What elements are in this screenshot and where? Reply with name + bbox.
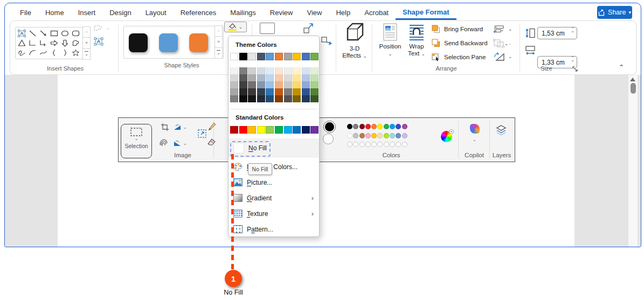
menu-tab-shape-format[interactable]: Shape Format <box>396 5 456 20</box>
theme-tint-swatch[interactable] <box>302 88 310 95</box>
shape-style-swatch[interactable] <box>159 33 178 52</box>
shape-down-arrow-icon[interactable] <box>60 38 70 48</box>
theme-tint-swatch[interactable] <box>275 74 283 81</box>
theme-tint-swatch[interactable] <box>266 95 274 102</box>
standard-color-swatch[interactable] <box>302 126 310 134</box>
menu-tab-review[interactable]: Review <box>263 5 300 20</box>
shape-oval-icon[interactable] <box>60 29 70 38</box>
theme-tint-swatch[interactable] <box>239 81 247 88</box>
theme-tint-swatch[interactable] <box>239 74 247 81</box>
bring-forward-button[interactable]: Bring Forward <box>432 25 483 33</box>
spinner-icon[interactable]: ⌃⌄ <box>571 28 574 33</box>
theme-tint-swatch[interactable] <box>284 88 292 95</box>
standard-color-swatch[interactable] <box>284 126 292 134</box>
shape-elbow-connector-icon[interactable] <box>27 38 38 48</box>
shape-triangle-icon[interactable] <box>17 38 27 48</box>
shape-styles-gallery[interactable] <box>123 26 224 59</box>
shape-elbow-arrow-connector-icon[interactable] <box>38 38 49 48</box>
shape-rectangle-icon[interactable] <box>49 29 59 38</box>
scroll-up-arrow-icon[interactable] <box>630 78 635 81</box>
shape-text-box-icon[interactable]: A <box>17 29 27 38</box>
theme-color-swatch[interactable] <box>257 53 265 60</box>
theme-tint-swatch[interactable] <box>302 74 310 81</box>
spinner-icon[interactable]: ⌃⌄ <box>571 57 574 62</box>
scroll-up-icon[interactable]: ˄ <box>82 26 91 38</box>
size-dialog-launcher-icon[interactable] <box>572 65 578 74</box>
shape-scribble-icon[interactable] <box>17 48 27 58</box>
menu-tab-acrobat[interactable]: Acrobat <box>357 5 396 20</box>
theme-tint-swatch[interactable] <box>230 88 238 95</box>
theme-tint-swatch[interactable] <box>239 67 247 74</box>
theme-tint-swatch[interactable] <box>257 81 265 88</box>
shape-arc-icon[interactable] <box>27 48 38 58</box>
group-button[interactable]: ⌄ <box>493 39 513 48</box>
send-backward-button[interactable]: Send Backward <box>432 39 488 47</box>
theme-tint-swatch[interactable] <box>275 67 283 74</box>
theme-tint-swatch[interactable] <box>266 81 274 88</box>
theme-color-swatch[interactable] <box>302 53 310 60</box>
theme-tint-swatch[interactable] <box>248 81 256 88</box>
theme-tint-swatch[interactable] <box>266 88 274 95</box>
theme-color-swatch[interactable] <box>239 53 247 60</box>
theme-tint-swatch[interactable] <box>293 67 301 74</box>
edit-shape-button[interactable]: ⌄ <box>93 24 110 32</box>
theme-tint-swatch[interactable] <box>230 81 238 88</box>
menu-tab-layout[interactable]: Layout <box>139 5 174 20</box>
shape-line-icon[interactable] <box>27 29 38 38</box>
scroll-down-icon[interactable]: ˅ <box>214 36 223 47</box>
theme-tint-swatch[interactable] <box>293 81 301 88</box>
nudge-shadow-right-button[interactable] <box>321 36 333 48</box>
standard-color-swatch[interactable] <box>275 126 283 134</box>
shape-fill-button[interactable]: ⌄ <box>224 22 247 32</box>
shadow-toggle-button[interactable] <box>260 23 275 34</box>
shape-arrow-icon[interactable] <box>38 29 49 38</box>
theme-tint-swatch[interactable] <box>302 67 310 74</box>
theme-color-swatch[interactable] <box>266 53 274 60</box>
menu-tab-references[interactable]: References <box>174 5 223 20</box>
menu-tab-file[interactable]: File <box>13 5 38 20</box>
scrollbar-thumb[interactable] <box>631 83 636 94</box>
shape-right-brace-icon[interactable] <box>60 48 70 58</box>
menu-item-picture[interactable]: Picture... <box>228 175 319 190</box>
menu-item-pattern[interactable]: Pattern... <box>228 222 319 236</box>
shape-rounded-rectangle-icon[interactable] <box>71 29 81 38</box>
menu-tab-view[interactable]: View <box>300 5 329 20</box>
menu-tab-help[interactable]: Help <box>329 5 357 20</box>
shape-style-swatch[interactable] <box>129 33 148 52</box>
theme-color-swatch[interactable] <box>275 53 283 60</box>
standard-color-swatch[interactable] <box>230 126 238 134</box>
theme-tint-swatch[interactable] <box>239 95 247 102</box>
shape-styles-scrollbar[interactable]: ˄ ˅ ⌄ <box>214 26 223 59</box>
theme-tint-swatch[interactable] <box>275 88 283 95</box>
gallery-more-icon[interactable]: ⌄ <box>214 47 223 59</box>
rotate-button[interactable]: ⌄ <box>493 52 513 61</box>
shape-left-brace-icon[interactable] <box>49 48 59 58</box>
theme-color-swatch[interactable] <box>248 53 256 60</box>
shape-freeform-icon[interactable] <box>71 38 81 48</box>
position-button[interactable]: Position⌄ <box>376 23 404 57</box>
scroll-down-icon[interactable]: ˅ <box>82 37 91 48</box>
standard-color-swatch[interactable] <box>239 126 247 134</box>
menu-tab-design[interactable]: Design <box>102 5 138 20</box>
menu-tab-home[interactable]: Home <box>38 5 71 20</box>
theme-color-swatch[interactable] <box>310 53 318 60</box>
standard-color-swatch[interactable] <box>310 126 318 134</box>
theme-tint-swatch[interactable] <box>257 88 265 95</box>
theme-tint-swatch[interactable] <box>248 74 256 81</box>
standard-color-swatch[interactable] <box>248 126 256 134</box>
scroll-up-icon[interactable]: ˄ <box>214 25 223 37</box>
theme-tint-swatch[interactable] <box>310 95 318 102</box>
theme-tint-swatch[interactable] <box>310 74 318 81</box>
theme-tint-swatch[interactable] <box>310 81 318 88</box>
share-button[interactable]: Share ▾ <box>597 6 632 19</box>
theme-color-swatch[interactable] <box>293 53 301 60</box>
menu-item-gradient[interactable]: Gradient › <box>228 191 319 205</box>
theme-color-swatch[interactable] <box>230 53 238 60</box>
theme-tint-swatch[interactable] <box>266 67 274 74</box>
menu-tab-insert[interactable]: Insert <box>71 5 103 20</box>
shape-curve-icon[interactable] <box>38 48 49 58</box>
align-button[interactable]: ⌄ <box>493 25 513 33</box>
theme-tint-swatch[interactable] <box>266 74 274 81</box>
3d-effects-button[interactable]: 3-D Effects ⌄ <box>338 22 371 59</box>
menu-item-more-fill-colors[interactable]: More Fill Colors... <box>228 159 319 174</box>
